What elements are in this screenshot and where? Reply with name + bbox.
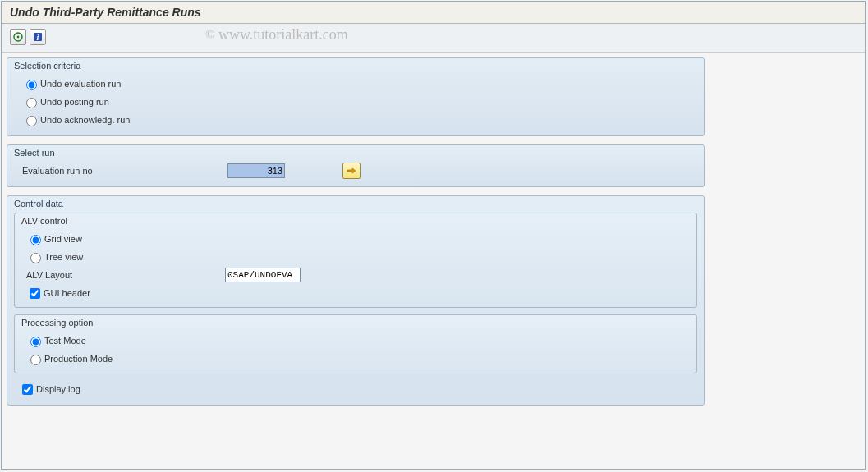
tree-view-radio[interactable] xyxy=(30,253,41,263)
production-mode-radio[interactable] xyxy=(30,355,41,365)
control-data-title: Control data xyxy=(7,196,704,213)
test-mode-label: Test Mode xyxy=(44,336,86,346)
execute-button[interactable] xyxy=(10,29,26,45)
control-data-group: Control data ALV control Grid view Tree … xyxy=(7,195,705,406)
select-run-group: Select run Evaluation run no xyxy=(7,144,705,187)
gui-header-label: GUI header xyxy=(44,288,90,298)
undo-posting-label: Undo posting run xyxy=(40,97,109,107)
alv-control-title: ALV control xyxy=(15,213,696,230)
multiple-selection-button[interactable] xyxy=(342,163,361,179)
select-run-title: Select run xyxy=(7,145,704,162)
svg-point-1 xyxy=(17,36,20,39)
page-title: Undo Third-Party Remittance Runs xyxy=(2,2,865,24)
selection-criteria-group: Selection criteria Undo evaluation run U… xyxy=(7,57,705,136)
selection-criteria-title: Selection criteria xyxy=(7,58,704,75)
undo-evaluation-radio[interactable] xyxy=(26,80,37,90)
info-button[interactable]: i xyxy=(30,29,46,45)
evaluation-run-label: Evaluation run no xyxy=(22,166,227,176)
undo-acknowledg-label: Undo acknowledg. run xyxy=(40,115,130,125)
display-log-label: Display log xyxy=(36,384,80,394)
execute-icon xyxy=(12,31,24,43)
processing-option-group: Processing option Test Mode Production M… xyxy=(14,314,697,373)
undo-posting-radio[interactable] xyxy=(26,98,37,108)
undo-evaluation-label: Undo evaluation run xyxy=(40,79,121,89)
test-mode-radio[interactable] xyxy=(30,337,41,347)
production-mode-label: Production Mode xyxy=(44,354,113,364)
grid-view-label: Grid view xyxy=(44,234,82,244)
evaluation-run-input[interactable] xyxy=(227,163,285,178)
alv-layout-label: ALV Layout xyxy=(26,270,225,280)
svg-text:i: i xyxy=(37,33,39,42)
alv-control-group: ALV control Grid view Tree view ALV Layo… xyxy=(14,213,697,308)
processing-option-title: Processing option xyxy=(15,315,696,332)
gui-header-checkbox[interactable] xyxy=(30,288,40,299)
info-icon: i xyxy=(32,31,44,43)
arrow-right-icon xyxy=(347,167,356,175)
alv-layout-input[interactable] xyxy=(225,268,301,282)
undo-acknowledg-radio[interactable] xyxy=(26,116,37,126)
toolbar: i xyxy=(2,24,865,53)
grid-view-radio[interactable] xyxy=(30,235,41,245)
tree-view-label: Tree view xyxy=(44,252,83,262)
display-log-checkbox[interactable] xyxy=(22,384,33,395)
